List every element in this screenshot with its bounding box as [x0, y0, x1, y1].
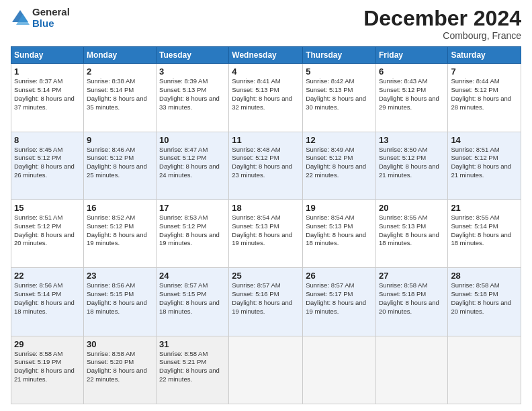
day-number: 19: [306, 203, 373, 213]
table-row: 20Sunrise: 8:55 AM Sunset: 5:13 PM Dayli…: [375, 199, 447, 267]
day-number: 7: [451, 66, 518, 77]
day-number: 4: [232, 66, 300, 77]
col-wednesday: Wednesday: [229, 47, 303, 64]
day-info: Sunrise: 8:57 AM Sunset: 5:15 PM Dayligh…: [159, 281, 226, 316]
day-number: 13: [379, 135, 445, 145]
day-number: 17: [159, 203, 226, 213]
table-row: 24Sunrise: 8:57 AM Sunset: 5:15 PM Dayli…: [157, 268, 229, 336]
table-row: 2Sunrise: 8:38 AM Sunset: 5:14 PM Daylig…: [83, 64, 156, 132]
day-number: 20: [379, 203, 445, 213]
table-row: 19Sunrise: 8:54 AM Sunset: 5:13 PM Dayli…: [303, 199, 376, 267]
table-row: 1Sunrise: 8:37 AM Sunset: 5:14 PM Daylig…: [11, 64, 84, 132]
day-number: 1: [14, 66, 81, 77]
table-row: 18Sunrise: 8:54 AM Sunset: 5:13 PM Dayli…: [229, 199, 303, 267]
table-row: 8Sunrise: 8:45 AM Sunset: 5:12 PM Daylig…: [11, 132, 84, 199]
day-number: 9: [87, 135, 153, 145]
day-number: 29: [14, 339, 81, 349]
day-info: Sunrise: 8:58 AM Sunset: 5:18 PM Dayligh…: [379, 281, 445, 316]
day-number: 18: [232, 203, 300, 213]
day-info: Sunrise: 8:55 AM Sunset: 5:14 PM Dayligh…: [451, 214, 518, 248]
day-info: Sunrise: 8:51 AM Sunset: 5:12 PM Dayligh…: [451, 146, 518, 180]
day-info: Sunrise: 8:51 AM Sunset: 5:12 PM Dayligh…: [14, 214, 81, 248]
title-block: December 2024 Combourg, France: [363, 7, 521, 41]
day-number: 11: [232, 135, 300, 145]
table-row: 3Sunrise: 8:39 AM Sunset: 5:13 PM Daylig…: [157, 64, 229, 132]
table-row: 10Sunrise: 8:47 AM Sunset: 5:12 PM Dayli…: [157, 132, 229, 199]
table-row: 26Sunrise: 8:57 AM Sunset: 5:17 PM Dayli…: [303, 268, 376, 336]
day-number: 31: [159, 339, 226, 349]
table-row: [375, 336, 447, 404]
day-number: 3: [159, 66, 226, 77]
calendar-week-row: 15Sunrise: 8:51 AM Sunset: 5:12 PM Dayli…: [11, 199, 521, 267]
table-row: 27Sunrise: 8:58 AM Sunset: 5:18 PM Dayli…: [375, 268, 447, 336]
day-number: 28: [451, 271, 518, 281]
day-info: Sunrise: 8:49 AM Sunset: 5:12 PM Dayligh…: [306, 146, 373, 180]
header: General Blue December 2024 Combourg, Fra…: [11, 7, 521, 41]
day-number: 21: [451, 203, 518, 213]
day-number: 23: [87, 271, 153, 281]
col-sunday: Sunday: [11, 47, 84, 64]
day-info: Sunrise: 8:41 AM Sunset: 5:13 PM Dayligh…: [232, 77, 300, 111]
day-number: 2: [87, 66, 153, 77]
day-info: Sunrise: 8:55 AM Sunset: 5:13 PM Dayligh…: [379, 214, 445, 248]
calendar-week-row: 22Sunrise: 8:56 AM Sunset: 5:14 PM Dayli…: [11, 268, 521, 336]
col-monday: Monday: [83, 47, 156, 64]
table-row: 13Sunrise: 8:50 AM Sunset: 5:12 PM Dayli…: [375, 132, 447, 199]
logo: General Blue: [11, 7, 70, 29]
day-info: Sunrise: 8:58 AM Sunset: 5:20 PM Dayligh…: [87, 350, 153, 384]
header-row: Sunday Monday Tuesday Wednesday Thursday…: [11, 47, 521, 64]
day-info: Sunrise: 8:58 AM Sunset: 5:19 PM Dayligh…: [14, 350, 81, 384]
day-info: Sunrise: 8:37 AM Sunset: 5:14 PM Dayligh…: [14, 77, 81, 111]
day-info: Sunrise: 8:58 AM Sunset: 5:18 PM Dayligh…: [451, 281, 518, 316]
table-row: 5Sunrise: 8:42 AM Sunset: 5:13 PM Daylig…: [303, 64, 376, 132]
day-number: 8: [14, 135, 81, 145]
day-info: Sunrise: 8:38 AM Sunset: 5:14 PM Dayligh…: [87, 77, 153, 111]
table-row: 22Sunrise: 8:56 AM Sunset: 5:14 PM Dayli…: [11, 268, 84, 336]
day-info: Sunrise: 8:50 AM Sunset: 5:12 PM Dayligh…: [379, 146, 445, 180]
day-number: 24: [159, 271, 226, 281]
page: General Blue December 2024 Combourg, Fra…: [0, 0, 532, 411]
day-info: Sunrise: 8:53 AM Sunset: 5:12 PM Dayligh…: [159, 214, 226, 248]
location: Combourg, France: [363, 30, 521, 41]
day-info: Sunrise: 8:39 AM Sunset: 5:13 PM Dayligh…: [159, 77, 226, 111]
table-row: 7Sunrise: 8:44 AM Sunset: 5:12 PM Daylig…: [448, 64, 521, 132]
table-row: 15Sunrise: 8:51 AM Sunset: 5:12 PM Dayli…: [11, 199, 84, 267]
day-number: 14: [451, 135, 518, 145]
table-row: 30Sunrise: 8:58 AM Sunset: 5:20 PM Dayli…: [83, 336, 156, 404]
day-number: 12: [306, 135, 373, 145]
calendar-week-row: 29Sunrise: 8:58 AM Sunset: 5:19 PM Dayli…: [11, 336, 521, 404]
day-info: Sunrise: 8:44 AM Sunset: 5:12 PM Dayligh…: [451, 77, 518, 111]
table-row: [229, 336, 303, 404]
table-row: 11Sunrise: 8:48 AM Sunset: 5:12 PM Dayli…: [229, 132, 303, 199]
table-row: 25Sunrise: 8:57 AM Sunset: 5:16 PM Dayli…: [229, 268, 303, 336]
day-number: 15: [14, 203, 81, 213]
day-number: 22: [14, 271, 81, 281]
table-row: 16Sunrise: 8:52 AM Sunset: 5:12 PM Dayli…: [83, 199, 156, 267]
table-row: 12Sunrise: 8:49 AM Sunset: 5:12 PM Dayli…: [303, 132, 376, 199]
table-row: 31Sunrise: 8:58 AM Sunset: 5:21 PM Dayli…: [157, 336, 229, 404]
calendar-table: Sunday Monday Tuesday Wednesday Thursday…: [11, 46, 521, 404]
day-info: Sunrise: 8:52 AM Sunset: 5:12 PM Dayligh…: [87, 214, 153, 248]
table-row: 28Sunrise: 8:58 AM Sunset: 5:18 PM Dayli…: [448, 268, 521, 336]
day-info: Sunrise: 8:47 AM Sunset: 5:12 PM Dayligh…: [159, 146, 226, 180]
day-number: 16: [87, 203, 153, 213]
calendar-week-row: 1Sunrise: 8:37 AM Sunset: 5:14 PM Daylig…: [11, 64, 521, 132]
table-row: 21Sunrise: 8:55 AM Sunset: 5:14 PM Dayli…: [448, 199, 521, 267]
day-info: Sunrise: 8:57 AM Sunset: 5:16 PM Dayligh…: [232, 281, 300, 316]
col-saturday: Saturday: [448, 47, 521, 64]
day-info: Sunrise: 8:45 AM Sunset: 5:12 PM Dayligh…: [14, 146, 81, 180]
table-row: 4Sunrise: 8:41 AM Sunset: 5:13 PM Daylig…: [229, 64, 303, 132]
day-info: Sunrise: 8:54 AM Sunset: 5:13 PM Dayligh…: [232, 214, 300, 248]
col-thursday: Thursday: [303, 47, 376, 64]
day-info: Sunrise: 8:56 AM Sunset: 5:15 PM Dayligh…: [87, 281, 153, 316]
day-number: 5: [306, 66, 373, 77]
day-info: Sunrise: 8:48 AM Sunset: 5:12 PM Dayligh…: [232, 146, 300, 180]
day-info: Sunrise: 8:54 AM Sunset: 5:13 PM Dayligh…: [306, 214, 373, 248]
table-row: 14Sunrise: 8:51 AM Sunset: 5:12 PM Dayli…: [448, 132, 521, 199]
day-info: Sunrise: 8:58 AM Sunset: 5:21 PM Dayligh…: [159, 350, 226, 384]
logo-text: General Blue: [32, 7, 70, 29]
table-row: 23Sunrise: 8:56 AM Sunset: 5:15 PM Dayli…: [83, 268, 156, 336]
day-info: Sunrise: 8:46 AM Sunset: 5:12 PM Dayligh…: [87, 146, 153, 180]
day-info: Sunrise: 8:56 AM Sunset: 5:14 PM Dayligh…: [14, 281, 81, 316]
day-number: 25: [232, 271, 300, 281]
